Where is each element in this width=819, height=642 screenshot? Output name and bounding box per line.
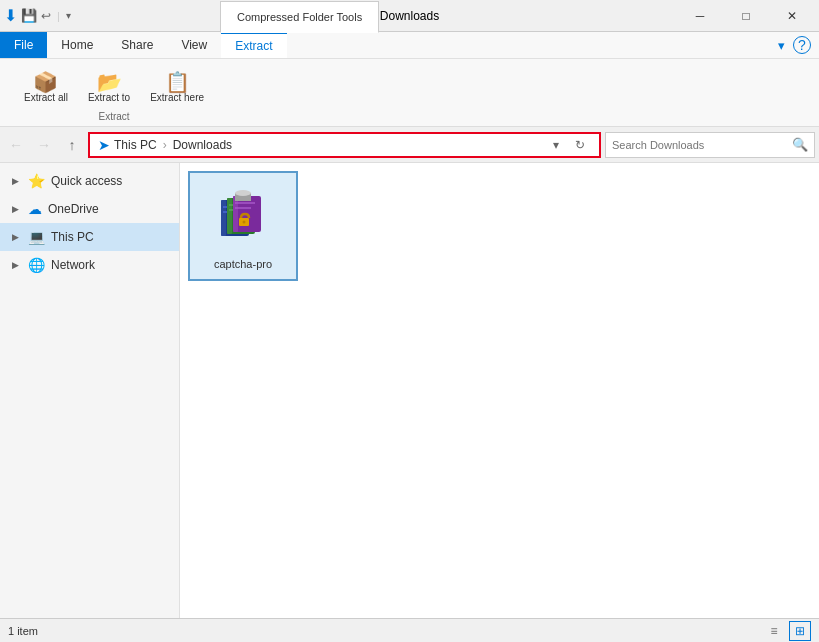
quick-access-undo-icon[interactable]: ↩ xyxy=(41,9,51,23)
sidebar-item-onedrive[interactable]: ▶ ☁ OneDrive xyxy=(0,195,179,223)
title-bar: ⬇ 💾 ↩ | ▾ Compressed Folder Tools Downlo… xyxy=(0,0,819,32)
search-box[interactable]: 🔍 xyxy=(605,132,815,158)
content-area: captcha-pro xyxy=(180,163,819,618)
quick-access-dropdown-icon[interactable]: ▾ xyxy=(66,10,71,21)
tile-view-button[interactable]: ⊞ xyxy=(789,621,811,641)
svg-rect-10 xyxy=(235,202,255,204)
extract-to-label: Extract to xyxy=(88,92,130,103)
ribbon: File Home Share View Extract ▾ ? 📦 Extra… xyxy=(0,32,819,127)
svg-point-16 xyxy=(243,221,246,224)
title-bar-controls: ─ □ ✕ xyxy=(677,0,815,32)
svg-rect-9 xyxy=(233,196,238,232)
file-name-captcha-pro: captcha-pro xyxy=(214,258,272,270)
address-refresh-button[interactable]: ↻ xyxy=(569,134,591,156)
svg-rect-1 xyxy=(221,200,226,236)
sidebar-label-quick-access: Quick access xyxy=(51,174,122,188)
sidebar-item-this-pc[interactable]: ▶ 💻 This PC xyxy=(0,223,179,251)
ribbon-tabs: File Home Share View Extract ▾ ? xyxy=(0,32,819,58)
address-this-pc: This PC xyxy=(114,138,157,152)
tab-view[interactable]: View xyxy=(167,32,221,58)
extract-group-label: Extract xyxy=(98,111,129,122)
close-button[interactable]: ✕ xyxy=(769,0,815,32)
search-input[interactable] xyxy=(612,139,788,151)
quick-access-down-icon: ⬇ xyxy=(4,6,17,25)
sidebar: ▶ ⭐ Quick access ▶ ☁ OneDrive ▶ 💻 This P… xyxy=(0,163,180,618)
sidebar-label-network: Network xyxy=(51,258,95,272)
sidebar-item-quick-access[interactable]: ▶ ⭐ Quick access xyxy=(0,167,179,195)
onedrive-icon: ☁ xyxy=(28,201,42,217)
ribbon-tab-area: Compressed Folder Tools xyxy=(220,0,379,31)
address-dropdown-button[interactable]: ▾ xyxy=(545,134,567,156)
list-view-button[interactable]: ≡ xyxy=(763,621,785,641)
ribbon-group-extract: 📦 Extract all 📂 Extract to 📋 Extract her… xyxy=(8,63,220,122)
extract-to-icon: 📂 xyxy=(97,72,122,92)
back-button[interactable]: ← xyxy=(4,133,28,157)
extract-all-label: Extract all xyxy=(24,92,68,103)
svg-rect-5 xyxy=(227,198,232,234)
tab-share[interactable]: Share xyxy=(107,32,167,58)
tile-view-icon: ⊞ xyxy=(795,624,805,638)
address-downloads: Downloads xyxy=(173,138,232,152)
svg-point-14 xyxy=(235,190,251,196)
maximize-button[interactable]: □ xyxy=(723,0,769,32)
this-pc-icon: 💻 xyxy=(28,229,45,245)
extract-buttons: 📦 Extract all 📂 Extract to 📋 Extract her… xyxy=(16,68,212,107)
extract-all-icon: 📦 xyxy=(33,72,58,92)
address-this-pc-icon: ➤ xyxy=(98,137,110,153)
file-icon-area xyxy=(207,182,279,254)
title-bar-left: ⬇ 💾 ↩ | ▾ xyxy=(4,6,71,25)
window-title: Downloads xyxy=(380,9,439,23)
list-view-icon: ≡ xyxy=(770,624,777,638)
address-sep-1: › xyxy=(163,138,167,152)
address-bar-row: ← → ↑ ➤ This PC › Downloads ▾ ↻ 🔍 xyxy=(0,127,819,163)
expand-onedrive-icon: ▶ xyxy=(8,202,22,216)
quick-access-icon: ⭐ xyxy=(28,173,45,189)
up-button[interactable]: ↑ xyxy=(60,133,84,157)
tab-home[interactable]: Home xyxy=(47,32,107,58)
forward-button[interactable]: → xyxy=(32,133,56,157)
ribbon-right: ▾ ? xyxy=(287,32,819,58)
sidebar-item-network[interactable]: ▶ 🌐 Network xyxy=(0,251,179,279)
minimize-button[interactable]: ─ xyxy=(677,0,723,32)
help-icon[interactable]: ? xyxy=(793,36,811,54)
extract-here-label: Extract here xyxy=(150,92,204,103)
extract-to-button[interactable]: 📂 Extract to xyxy=(80,68,138,107)
compressed-folder-tools-tab[interactable]: Compressed Folder Tools xyxy=(220,1,379,33)
expand-quick-access-icon: ▶ xyxy=(8,174,22,188)
svg-rect-11 xyxy=(235,207,251,209)
view-toggle-buttons: ≡ ⊞ xyxy=(763,621,811,641)
network-icon: 🌐 xyxy=(28,257,45,273)
tab-extract[interactable]: Extract xyxy=(221,32,286,58)
sidebar-label-onedrive: OneDrive xyxy=(48,202,99,216)
tab-file[interactable]: File xyxy=(0,32,47,58)
extract-here-icon: 📋 xyxy=(165,72,190,92)
compressed-tab-label: Compressed Folder Tools xyxy=(237,11,362,23)
winrar-icon xyxy=(213,188,273,248)
status-bar: 1 item ≡ ⊞ xyxy=(0,618,819,642)
address-inner: ➤ This PC › Downloads xyxy=(98,137,545,153)
search-icon: 🔍 xyxy=(792,137,808,152)
ribbon-content: 📦 Extract all 📂 Extract to 📋 Extract her… xyxy=(0,58,819,126)
divider: | xyxy=(57,10,60,22)
address-controls: ▾ ↻ xyxy=(545,134,591,156)
status-item-count: 1 item xyxy=(8,625,38,637)
extract-all-button[interactable]: 📦 Extract all xyxy=(16,68,76,107)
file-item-captcha-pro[interactable]: captcha-pro xyxy=(188,171,298,281)
main-area: ▶ ⭐ Quick access ▶ ☁ OneDrive ▶ 💻 This P… xyxy=(0,163,819,618)
extract-here-button[interactable]: 📋 Extract here xyxy=(142,68,212,107)
sidebar-label-this-pc: This PC xyxy=(51,230,94,244)
quick-access-save-icon[interactable]: 💾 xyxy=(21,8,37,23)
ribbon-collapse-icon[interactable]: ▾ xyxy=(778,38,785,53)
expand-network-icon: ▶ xyxy=(8,258,22,272)
address-box[interactable]: ➤ This PC › Downloads ▾ ↻ xyxy=(88,132,601,158)
expand-this-pc-icon: ▶ xyxy=(8,230,22,244)
